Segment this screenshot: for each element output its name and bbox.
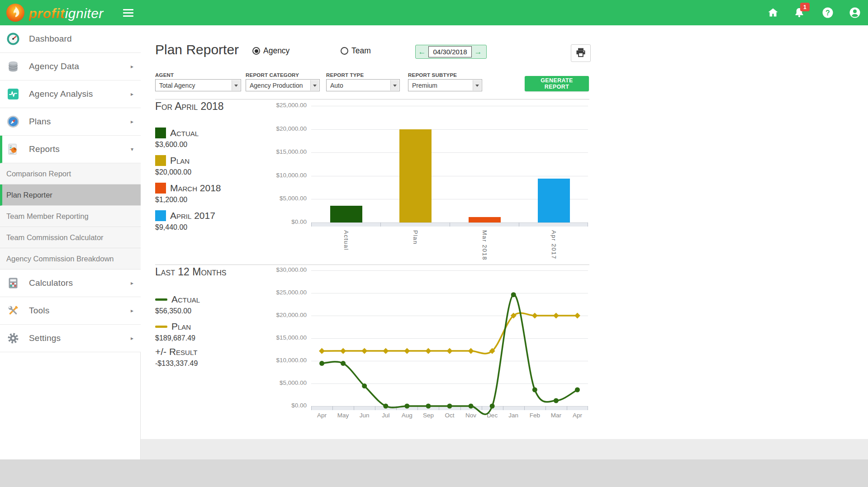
line-y-axis-label: $20,000.00 [249, 312, 307, 318]
sidebar-subitem-team-member-reporting[interactable]: Team Member Reporting [0, 206, 141, 227]
page-title: Plan Reporter [155, 42, 239, 57]
line-x-axis-label: Apr [312, 412, 332, 419]
line-y-axis-label: $5,000.00 [249, 379, 307, 386]
date-input[interactable] [428, 46, 472, 57]
legend-item-plan: Plan $20,000.00 [155, 155, 191, 176]
legend-label: Actual [170, 128, 199, 138]
legend-swatch [155, 128, 166, 138]
sidebar-item-settings[interactable]: Settings ▸ [0, 325, 141, 352]
select-value: Premium [412, 82, 437, 89]
gauge-icon [6, 32, 20, 46]
sidebar-item-label: Calculators [29, 278, 73, 288]
line-axis-tick [588, 406, 588, 410]
line-axis-tick [503, 406, 503, 410]
circle-marker-actual [554, 398, 559, 403]
legend-swatch [155, 210, 166, 221]
sidebar-item-calculators[interactable]: Calculators ▸ [0, 270, 141, 297]
diamond-marker-plan [468, 348, 474, 354]
sidebar-item-label: Settings [29, 333, 61, 343]
report-category-select[interactable]: Agency Production [246, 79, 320, 91]
line-x-axis-label: Jul [375, 412, 396, 419]
diamond-marker-plan [340, 348, 346, 354]
printer-icon [575, 47, 587, 60]
circle-marker-actual [383, 404, 388, 409]
bar-mar-2018 [469, 217, 501, 222]
diamond-marker-plan [319, 348, 325, 354]
radio-unchecked-icon [341, 47, 348, 55]
legend-item-april-2017: April 2017 $9,440.00 [155, 210, 215, 232]
line-y-axis-label: $0.00 [249, 402, 307, 409]
section-divider [155, 265, 589, 265]
line-y-axis-label: $30,000.00 [249, 266, 307, 273]
legend-item-actual: Actual $3,600.00 [155, 128, 199, 149]
account-icon[interactable] [849, 6, 861, 19]
diamond-marker-plan [553, 312, 559, 318]
sidebar-item-tools[interactable]: Tools ▸ [0, 297, 141, 325]
bar-axis-tick [588, 222, 588, 227]
legend-value: $1,200.00 [155, 196, 221, 204]
hamburger-menu-icon[interactable] [123, 9, 133, 17]
line-x-axis-label: Oct [439, 412, 460, 419]
sidebar-item-label: Plans [29, 117, 51, 127]
prev-date-arrow-icon[interactable]: ← [416, 47, 428, 57]
subitem-label: Agency Commission Breakdown [6, 255, 114, 263]
legend-swatch [155, 183, 166, 194]
generate-report-button[interactable]: GENERATE REPORT [525, 76, 589, 91]
line-axis-tick [332, 406, 333, 410]
home-icon[interactable] [767, 6, 779, 19]
pulse-chart-icon [6, 87, 20, 101]
circle-marker-actual [447, 404, 452, 409]
team-radio[interactable]: Team [341, 46, 371, 56]
legend-item-line-plan: Plan $189,687.49 [155, 321, 195, 342]
chevron-down-icon [232, 80, 240, 90]
bar-axis-tick [380, 222, 381, 227]
line-chart-title: Last 12 Months [155, 266, 226, 278]
diamond-marker-plan [361, 348, 367, 354]
legend-value: -$133,337.49 [155, 359, 198, 368]
line-axis-tick [375, 406, 375, 410]
report-subtype-select[interactable]: Premium [408, 79, 482, 91]
sidebar-subitem-plan-reporter[interactable]: Plan Reporter [0, 184, 141, 206]
report-pie-icon [6, 142, 20, 156]
chevron-down-icon [390, 80, 399, 90]
brand-logo[interactable]: profitigniter [5, 3, 104, 24]
line-x-axis-label: Dec [482, 412, 503, 419]
legend-value: $56,350.00 [155, 307, 200, 315]
report-type-select[interactable]: Auto [326, 79, 400, 91]
print-button[interactable] [571, 44, 591, 62]
radio-label: Agency [263, 46, 289, 56]
bar-axis-tick [311, 222, 312, 227]
sidebar-item-agency-analysis[interactable]: Agency Analysis ▸ [0, 80, 141, 108]
help-icon[interactable]: ? [821, 6, 834, 19]
agency-radio[interactable]: Agency [252, 46, 289, 56]
legend-item-line-actual: Actual $56,350.00 [155, 294, 200, 315]
legend-line-swatch [155, 298, 167, 301]
bar-y-axis-label: $5,000.00 [249, 195, 307, 202]
sidebar-item-agency-data[interactable]: Agency Data ▸ [0, 53, 141, 80]
agent-select[interactable]: Total Agency [155, 79, 241, 91]
line-x-axis-label: Jan [503, 412, 524, 419]
sidebar-subitem-team-commission-calculator[interactable]: Team Commission Calculator [0, 227, 141, 248]
bar-axis-tick [519, 222, 519, 227]
chevron-down-icon [310, 80, 319, 90]
sidebar-item-label: Dashboard [29, 34, 72, 44]
sidebar-item-reports[interactable]: Reports ▾ [0, 136, 141, 163]
legend-value: $20,000.00 [155, 168, 191, 176]
sidebar-subitem-agency-commission-breakdown[interactable]: Agency Commission Breakdown [0, 248, 141, 270]
report-subtype-label: REPORT SUBTYPE [408, 72, 457, 78]
radio-checked-icon [252, 47, 260, 55]
sidebar-subitem-comparison-report[interactable]: Comparison Report [0, 163, 141, 184]
sidebar-item-dashboard[interactable]: Dashboard [0, 25, 141, 53]
subitem-label: Team Member Reporting [6, 212, 89, 221]
sidebar-item-label: Agency Data [29, 61, 79, 71]
calculator-icon [6, 276, 20, 290]
next-date-arrow-icon[interactable]: → [472, 47, 484, 57]
diamond-marker-plan [383, 348, 389, 354]
line-chart-canvas [311, 270, 588, 406]
section-divider [155, 99, 589, 99]
subitem-label: Plan Reporter [6, 191, 52, 199]
chevron-right-icon: ▸ [131, 91, 133, 97]
sidebar-item-plans[interactable]: Plans ▸ [0, 108, 141, 136]
wrench-screwdriver-icon [6, 304, 20, 317]
circle-marker-actual [511, 292, 516, 297]
